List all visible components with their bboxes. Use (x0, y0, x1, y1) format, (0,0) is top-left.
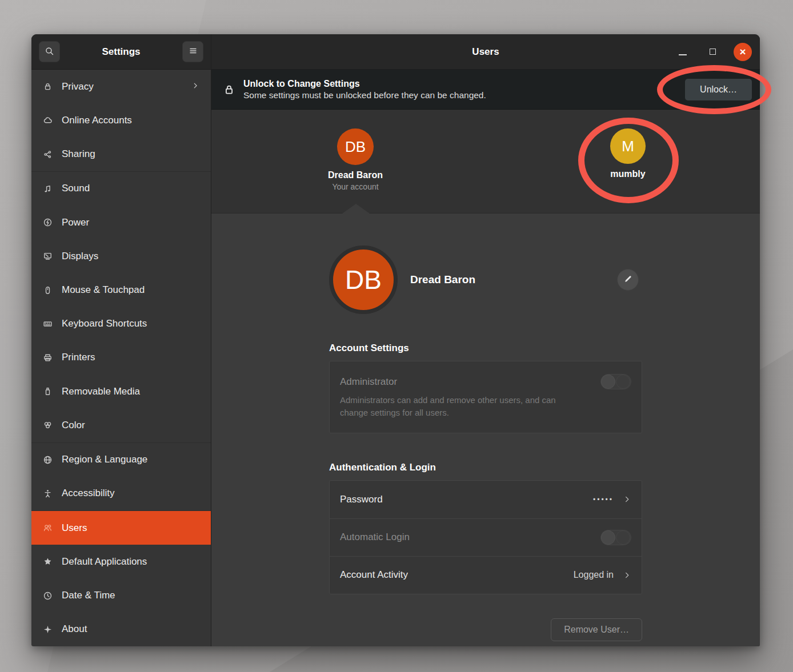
account-settings-card: Administrator Administrators can add and… (329, 361, 642, 433)
sidebar-nav: PrivacyOnline AccountsSharingSoundPowerD… (31, 70, 211, 646)
sound-icon (43, 184, 53, 194)
password-value: ••••• (593, 496, 614, 504)
sidebar-item-label: Power (62, 217, 89, 228)
window-controls: × (674, 43, 760, 61)
chevron-right-icon (623, 571, 631, 580)
hamburger-menu-icon (189, 46, 198, 57)
carousel-user-subtitle: Your account (307, 182, 404, 191)
sidebar-item-printers[interactable]: Printers (31, 341, 211, 375)
sidebar-item-label: Sound (62, 183, 90, 194)
password-label: Password (340, 494, 383, 505)
account-activity-value: Logged in (574, 570, 614, 580)
avatar[interactable]: DB (337, 128, 374, 165)
lock-icon (223, 83, 235, 96)
close-button[interactable]: × (734, 43, 752, 61)
sidebar-item-label: Users (62, 522, 87, 534)
sidebar-item-mouse-touchpad[interactable]: Mouse & Touchpad (31, 273, 211, 307)
edit-name-button[interactable] (617, 269, 639, 291)
sidebar-item-label: About (62, 623, 87, 635)
sidebar-item-label: Default Applications (62, 556, 147, 568)
avatar[interactable]: DB (329, 246, 398, 314)
about-icon (43, 625, 53, 634)
automatic-login-label: Automatic Login (340, 532, 410, 543)
users-icon (43, 523, 53, 533)
menu-button[interactable] (182, 41, 203, 62)
sidebar-item-sound[interactable]: Sound (31, 172, 211, 206)
accessibility-icon (43, 489, 53, 498)
carousel-user-name: Dread Baron (307, 170, 404, 180)
sidebar-item-label: Date & Time (62, 590, 115, 601)
minimize-icon (679, 54, 687, 55)
sidebar-title: Settings (60, 46, 182, 58)
chevron-right-icon (191, 81, 199, 92)
clock-icon (43, 591, 53, 601)
sidebar-item-power[interactable]: Power (31, 206, 211, 239)
user-carousel: DBDread BaronYour accountMmumbly (211, 110, 760, 214)
removable-media-icon (43, 387, 53, 396)
sidebar-item-date-time[interactable]: Date & Time (31, 579, 211, 613)
mouse-icon (43, 285, 53, 295)
sidebar-item-online-accounts[interactable]: Online Accounts (31, 103, 211, 137)
administrator-row: Administrator Administrators can add and… (330, 361, 642, 433)
settings-window: Settings PrivacyOnline AccountsSharingSo… (31, 34, 760, 646)
administrator-label: Administrator (340, 376, 397, 388)
unlock-button[interactable]: Unlock… (685, 79, 752, 100)
account-settings-heading: Account Settings (329, 343, 642, 354)
display-icon (43, 251, 53, 261)
carousel-user-name: mumbly (579, 169, 676, 179)
selected-user-notch (342, 204, 370, 214)
sidebar-item-privacy[interactable]: Privacy (31, 70, 211, 103)
sidebar-item-label: Accessibility (62, 488, 115, 499)
avatar[interactable]: M (610, 128, 646, 164)
maximize-button[interactable] (704, 43, 721, 61)
remove-user-button[interactable]: Remove User… (551, 618, 642, 641)
cloud-icon (43, 115, 53, 125)
pencil-icon (623, 274, 633, 285)
power-icon (43, 218, 53, 227)
carousel-user-mumbly[interactable]: Mmumbly (579, 128, 676, 179)
sidebar-item-accessibility[interactable]: Accessibility (31, 477, 211, 511)
search-button[interactable] (39, 41, 60, 62)
sidebar-item-region-language[interactable]: Region & Language (31, 443, 211, 477)
sidebar-item-users[interactable]: Users (31, 511, 211, 545)
sidebar-header: Settings (31, 34, 211, 70)
sidebar-item-sharing[interactable]: Sharing (31, 137, 211, 171)
minimize-button[interactable] (674, 43, 691, 61)
sidebar-item-label: Mouse & Touchpad (62, 284, 145, 296)
sidebar-item-label: Printers (62, 352, 95, 363)
sidebar: Settings PrivacyOnline AccountsSharingSo… (31, 34, 211, 646)
sidebar-item-keyboard-shortcuts[interactable]: Keyboard Shortcuts (31, 307, 211, 341)
unlock-banner-title: Unlock to Change Settings (243, 79, 486, 89)
sidebar-item-displays[interactable]: Displays (31, 239, 211, 273)
auth-login-heading: Authentication & Login (329, 462, 642, 473)
sidebar-item-label: Color (62, 420, 85, 431)
chevron-right-icon (623, 495, 631, 504)
printer-icon (43, 353, 53, 363)
password-row[interactable]: Password ••••• (330, 481, 642, 518)
search-icon (45, 46, 54, 58)
color-icon (43, 420, 53, 430)
star-icon (43, 557, 53, 566)
sidebar-item-about[interactable]: About (31, 613, 211, 646)
share-icon (43, 150, 53, 159)
carousel-user-dread-baron[interactable]: DBDread BaronYour account (307, 128, 404, 191)
sidebar-item-default-applications[interactable]: Default Applications (31, 545, 211, 578)
account-activity-row[interactable]: Account Activity Logged in (330, 556, 642, 594)
main-header: Users × (211, 34, 760, 70)
administrator-toggle[interactable] (600, 374, 631, 389)
auth-login-card: Password ••••• Automatic Login (329, 480, 642, 594)
maximize-icon (710, 49, 716, 55)
unlock-banner-subtitle: Some settings must be unlocked before th… (243, 90, 486, 100)
sidebar-item-label: Displays (62, 251, 98, 262)
sidebar-item-label: Keyboard Shortcuts (62, 318, 147, 329)
desktop-background: Settings PrivacyOnline AccountsSharingSo… (0, 0, 793, 672)
unlock-banner: Unlock to Change Settings Some settings … (211, 70, 760, 110)
sidebar-item-removable-media[interactable]: Removable Media (31, 375, 211, 408)
close-icon: × (739, 43, 746, 61)
lock-icon (43, 82, 53, 91)
sidebar-item-label: Sharing (62, 148, 95, 160)
automatic-login-toggle[interactable] (600, 530, 631, 545)
sidebar-item-color[interactable]: Color (31, 408, 211, 442)
profile-name: Dread Baron (410, 273, 475, 286)
automatic-login-row: Automatic Login (330, 518, 642, 556)
